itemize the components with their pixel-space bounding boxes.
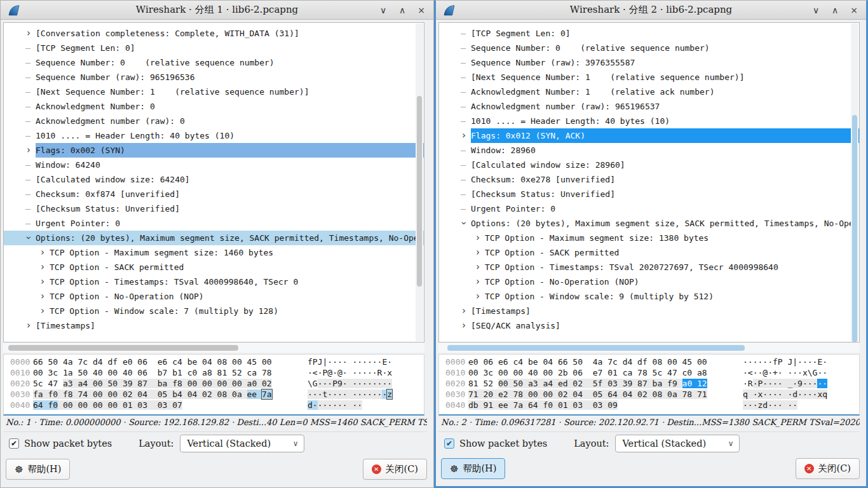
tree-row[interactable]: 1010 .... = Header Length: 40 bytes (10): [4, 128, 424, 143]
tree-row[interactable]: [Calculated window size: 64240]: [4, 172, 424, 187]
close-icon[interactable]: ×: [848, 5, 860, 15]
tree-row[interactable]: [Next Sequence Number: 1 (relative seque…: [439, 70, 859, 85]
tree-row[interactable]: Acknowledgment number (raw): 0: [4, 114, 424, 128]
tree-row[interactable]: Window: 64240: [4, 158, 424, 172]
tree-row[interactable]: ›TCP Option - Timestamps: TSval 40009986…: [4, 274, 424, 289]
tree-row[interactable]: [Checksum Status: Unverified]: [4, 201, 424, 216]
packet-bytes-pane[interactable]: 000066 50 4a 7c d4 df e0 06 e6 c4 be 04 …: [3, 354, 424, 416]
tree-row[interactable]: ›Flags: 0x012 (SYN, ACK): [439, 128, 859, 143]
show-packet-bytes-checkbox[interactable]: ✔: [444, 438, 454, 449]
hex-row[interactable]: 001000 3c 1a 50 40 00 40 06 b7 b1 c0 a8 …: [4, 368, 424, 379]
close-button[interactable]: ✕ 关闭(C): [796, 458, 860, 479]
tree-row[interactable]: ›TCP Option - No-Operation (NOP): [4, 289, 424, 304]
layout-select[interactable]: Vertical (Stacked) ∨: [615, 435, 740, 452]
expand-arrow-icon[interactable]: ›: [39, 262, 50, 272]
tree-row[interactable]: ›TCP Option - Window scale: 9 (multiply …: [439, 289, 859, 304]
packet-bytes-pane[interactable]: 0000e0 06 e6 c4 be 04 66 50 4a 7c d4 df …: [438, 354, 860, 416]
tree-row[interactable]: Checksum: 0xf874 [unverified]: [4, 187, 424, 201]
tree-row[interactable]: [Next Sequence Number: 1 (relative seque…: [4, 85, 424, 99]
expand-arrow-icon[interactable]: ›: [461, 131, 471, 140]
tree-row[interactable]: Sequence Number (raw): 965196536: [4, 70, 424, 85]
close-button[interactable]: ✕ 关闭(C): [363, 459, 427, 480]
expand-arrow-icon[interactable]: ›: [475, 248, 485, 257]
expand-arrow-icon[interactable]: ›: [475, 292, 485, 301]
expand-arrow-icon[interactable]: ›: [475, 277, 485, 287]
tree-row[interactable]: Acknowledgment Number: 1 (relative ack n…: [439, 85, 859, 99]
packet-detail-tree[interactable]: ›[Conversation completeness: Complete, W…: [3, 22, 424, 342]
help-button[interactable]: ☸ 帮助(H): [441, 458, 505, 479]
hex-row[interactable]: 0000e0 06 e6 c4 be 04 66 50 4a 7c d4 df …: [439, 357, 859, 368]
tree-row[interactable]: [Checksum Status: Unverified]: [439, 187, 859, 201]
expand-arrow-icon[interactable]: ›: [39, 292, 50, 301]
tree-row[interactable]: ›Options: (20 bytes), Maximum segment si…: [4, 231, 424, 245]
close-icon[interactable]: ×: [416, 5, 427, 15]
expand-arrow-icon[interactable]: ›: [39, 306, 50, 316]
show-packet-bytes-checkbox[interactable]: ✔: [9, 438, 19, 449]
tree-row[interactable]: [TCP Segment Len: 0]: [4, 41, 424, 55]
expand-arrow-icon[interactable]: ›: [25, 146, 36, 155]
tree-row[interactable]: Urgent Pointer: 0: [4, 216, 424, 231]
expand-arrow-icon[interactable]: ›: [39, 277, 50, 287]
show-packet-bytes-label[interactable]: Show packet bytes: [24, 438, 112, 449]
tree-row[interactable]: ›TCP Option - No-Operation (NOP): [439, 274, 859, 289]
hex-row[interactable]: 001000 3c 00 00 40 00 2b 06 e7 01 ca 78 …: [439, 368, 859, 379]
hex-row[interactable]: 0040db 91 ee 7a 64 f0 01 03 03 09···zd··…: [439, 400, 859, 411]
hex-row[interactable]: 004064 f0 00 00 00 00 01 03 03 07d······…: [4, 400, 424, 411]
expand-arrow-open-icon[interactable]: ›: [25, 233, 36, 243]
horizontal-scrollbar[interactable]: [3, 343, 424, 353]
scrollbar-thumb[interactable]: [417, 96, 422, 287]
tree-row[interactable]: ›TCP Option - Timestamps: TSval 20207276…: [439, 260, 859, 274]
minimize-icon[interactable]: ∨: [810, 5, 822, 15]
scrollbar-thumb[interactable]: [447, 345, 745, 351]
expand-arrow-icon[interactable]: ›: [25, 29, 36, 38]
tree-row[interactable]: ›TCP Option - Maximum segment size: 1460…: [4, 245, 424, 260]
tree-row[interactable]: 1010 .... = Header Length: 40 bytes (10): [439, 114, 859, 128]
tree-row[interactable]: Sequence Number: 0 (relative sequence nu…: [4, 55, 424, 70]
expand-arrow-open-icon[interactable]: ›: [461, 219, 471, 228]
horizontal-scrollbar[interactable]: [438, 343, 860, 353]
tree-row[interactable]: [TCP Segment Len: 0]: [439, 26, 859, 41]
expand-arrow-icon[interactable]: ›: [461, 321, 471, 330]
vertical-scrollbar[interactable]: [416, 24, 423, 341]
scrollbar-thumb[interactable]: [8, 345, 238, 351]
tree-row[interactable]: Checksum: 0xe278 [unverified]: [439, 172, 859, 187]
expand-arrow-icon[interactable]: ›: [461, 306, 471, 316]
vertical-scrollbar[interactable]: [851, 24, 858, 341]
hex-row[interactable]: 00205c 47 a3 a4 00 50 39 87 ba f8 00 00 …: [4, 379, 424, 390]
hex-row[interactable]: 003071 20 e2 78 00 00 02 04 05 64 04 02 …: [439, 390, 859, 400]
layout-select[interactable]: Vertical (Stacked) ∨: [180, 435, 304, 452]
tree-row[interactable]: Window: 28960: [439, 143, 859, 158]
hex-row[interactable]: 002081 52 00 50 a3 a4 ed 02 5f 03 39 87 …: [439, 379, 859, 390]
tree-row[interactable]: ›[Timestamps]: [4, 318, 424, 333]
tree-row[interactable]: ›TCP Option - Window scale: 7 (multiply …: [4, 304, 424, 318]
scrollbar-thumb[interactable]: [852, 115, 857, 342]
maximize-icon[interactable]: ∧: [829, 5, 841, 15]
titlebar[interactable]: Wireshark · 分组 2 · lib6-2.pcapng ∨ ∧ ×: [436, 1, 866, 20]
tree-row[interactable]: ›[Timestamps]: [439, 304, 859, 318]
tree-row[interactable]: ›TCP Option - Maximum segment size: 1380…: [439, 231, 859, 245]
packet-detail-tree[interactable]: [TCP Segment Len: 0]Sequence Number: 0 (…: [438, 22, 860, 342]
hex-row[interactable]: 000066 50 4a 7c d4 df e0 06 e6 c4 be 04 …: [4, 357, 424, 368]
tree-row[interactable]: Sequence Number: 0 (relative sequence nu…: [439, 41, 859, 55]
tree-row[interactable]: Sequence Number (raw): 3976355587: [439, 55, 859, 70]
tree-row[interactable]: ›Options: (20 bytes), Maximum segment si…: [439, 216, 859, 231]
tree-row[interactable]: ›[Conversation completeness: Complete, W…: [4, 26, 424, 41]
show-packet-bytes-label[interactable]: Show packet bytes: [459, 438, 547, 449]
tree-row[interactable]: Acknowledgment number (raw): 965196537: [439, 99, 859, 114]
tree-row[interactable]: ›[SEQ/ACK analysis]: [439, 318, 859, 333]
expand-arrow-icon[interactable]: ›: [475, 262, 485, 272]
maximize-icon[interactable]: ∧: [397, 5, 408, 15]
expand-arrow-icon[interactable]: ›: [39, 248, 50, 257]
tree-row[interactable]: ›TCP Option - SACK permitted: [4, 260, 424, 274]
tree-row[interactable]: ›TCP Option - SACK permitted: [439, 245, 859, 260]
expand-arrow-icon[interactable]: ›: [25, 321, 36, 330]
tree-row[interactable]: [Calculated window size: 28960]: [439, 158, 859, 172]
tree-row[interactable]: ›Flags: 0x002 (SYN): [4, 143, 424, 158]
minimize-icon[interactable]: ∨: [377, 5, 389, 15]
tree-row[interactable]: Urgent Pointer: 0: [439, 201, 859, 216]
expand-arrow-icon[interactable]: ›: [475, 233, 485, 243]
help-button[interactable]: ☸ 帮助(H): [6, 459, 70, 480]
hex-row[interactable]: 0030fa f0 f8 74 00 00 02 04 05 b4 04 02 …: [4, 390, 424, 400]
tree-row[interactable]: Acknowledgment Number: 0: [4, 99, 424, 114]
titlebar[interactable]: Wireshark · 分组 1 · lib6-2.pcapng ∨ ∧ ×: [1, 1, 433, 20]
